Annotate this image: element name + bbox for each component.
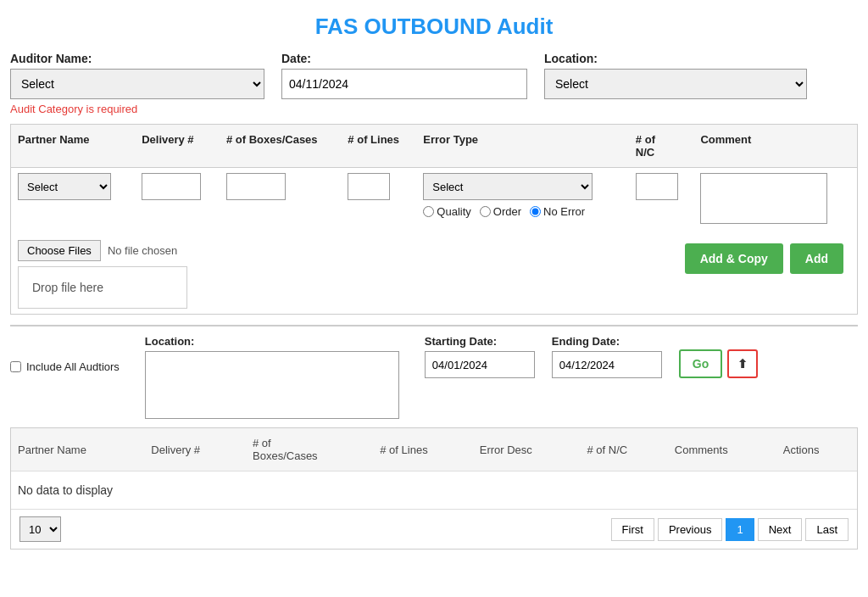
res-col-lines: # of Lines — [373, 428, 472, 471]
radio-noerror-label[interactable]: No Error — [530, 205, 585, 218]
ending-date-label: Ending Date: — [552, 335, 662, 348]
boxes-cell — [220, 168, 341, 232]
file-name-label: No file chosen — [108, 244, 177, 257]
nc-cell — [629, 168, 694, 232]
lines-input[interactable] — [348, 173, 390, 200]
col-boxes: # of Boxes/Cases — [220, 125, 341, 168]
date-group: Date: — [281, 52, 527, 99]
filter-section: Include All Audtiors Location: Starting … — [10, 335, 858, 419]
date-filters: Starting Date: Ending Date: Go ⬆ — [425, 335, 758, 378]
radio-order-label[interactable]: Order — [480, 205, 521, 218]
location-filter-group: Location: — [145, 335, 399, 419]
add-button[interactable]: Add — [790, 243, 843, 274]
auditor-label: Auditor Name: — [10, 52, 264, 65]
page-wrapper: FAS OUTBOUND Audit Auditor Name: Select … — [0, 0, 868, 597]
res-col-boxes: # ofBoxes/Cases — [246, 428, 373, 471]
location-label: Location: — [544, 52, 807, 65]
upload-button[interactable]: ⬆ — [727, 349, 758, 378]
separator — [10, 325, 858, 326]
results-section: Partner Name Delivery # # ofBoxes/Cases … — [10, 427, 858, 550]
radio-quality-label[interactable]: Quality — [423, 205, 470, 218]
top-form: Auditor Name: Select Date: Location: Sel… — [10, 52, 858, 99]
location-select[interactable]: Select — [544, 69, 807, 99]
date-label: Date: — [281, 52, 527, 65]
res-col-actions: Actions — [776, 428, 857, 471]
boxes-input[interactable] — [226, 173, 286, 200]
add-buttons-group: Add & Copy Add — [423, 237, 850, 281]
starting-date-group: Starting Date: — [425, 335, 535, 378]
upload-icon: ⬆ — [737, 357, 748, 371]
auditor-select[interactable]: Select — [10, 69, 264, 99]
page-title: FAS OUTBOUND Audit — [10, 14, 858, 40]
res-col-error-desc: Error Desc — [473, 428, 581, 471]
res-col-delivery: Delivery # — [144, 428, 246, 471]
res-col-comments: Comments — [668, 428, 776, 471]
res-col-nc: # of N/C — [580, 428, 667, 471]
location-filter-label: Location: — [145, 335, 399, 348]
include-all-label: Include All Audtiors — [26, 360, 120, 373]
ending-date-group: Ending Date: — [552, 335, 662, 378]
add-buttons-cell: Add & Copy Add — [416, 232, 857, 314]
add-copy-button[interactable]: Add & Copy — [685, 243, 783, 274]
col-nc: # ofN/C — [629, 125, 694, 168]
error-message: Audit Category is required — [10, 103, 858, 115]
file-upload-row: Choose Files No file chosen Drop file he… — [11, 232, 857, 314]
col-error: Error Type — [416, 125, 629, 168]
radio-no-error[interactable] — [530, 206, 541, 217]
error-type-select[interactable]: Select — [423, 173, 593, 200]
col-delivery: Delivery # — [135, 125, 220, 168]
comment-cell — [693, 168, 857, 232]
partner-select[interactable]: Select — [18, 173, 111, 200]
starting-date-input[interactable] — [425, 351, 535, 378]
no-data-row: No data to display — [11, 471, 857, 510]
file-upload-cell: Choose Files No file chosen Drop file he… — [11, 232, 416, 314]
location-filter-textarea[interactable] — [145, 351, 399, 419]
col-partner: Partner Name — [11, 125, 135, 168]
choose-files-button[interactable]: Choose Files — [18, 240, 101, 261]
file-row: Choose Files No file chosen — [18, 240, 409, 261]
previous-page-button[interactable]: Previous — [658, 518, 723, 541]
filter-action-buttons: Go ⬆ — [679, 349, 758, 378]
table-header-row: Partner Name Delivery # # of Boxes/Cases… — [11, 125, 857, 168]
date-input[interactable] — [281, 69, 527, 99]
radio-order[interactable] — [480, 206, 491, 217]
error-type-cell: Select Quality Order No Error — [416, 168, 629, 232]
results-header-row: Partner Name Delivery # # ofBoxes/Cases … — [11, 428, 857, 471]
pagination-row: 10 25 50 First Previous 1 Next Last — [11, 509, 857, 549]
results-table: Partner Name Delivery # # ofBoxes/Cases … — [11, 428, 857, 509]
starting-date-label: Starting Date: — [425, 335, 535, 348]
col-comment: Comment — [693, 125, 857, 168]
delivery-cell — [135, 168, 220, 232]
last-page-button[interactable]: Last — [805, 518, 849, 541]
audit-table: Partner Name Delivery # # of Boxes/Cases… — [11, 125, 857, 314]
next-page-button[interactable]: Next — [758, 518, 803, 541]
delivery-input[interactable] — [142, 173, 201, 200]
page-size-select[interactable]: 10 25 50 — [19, 516, 61, 542]
radio-group: Quality Order No Error — [423, 205, 622, 218]
auditor-group: Auditor Name: Select — [10, 52, 264, 99]
pagination-buttons: First Previous 1 Next Last — [611, 518, 849, 541]
audit-table-section: Partner Name Delivery # # of Boxes/Cases… — [10, 124, 858, 315]
page-size-group: 10 25 50 — [19, 516, 61, 542]
no-data-cell: No data to display — [11, 471, 857, 510]
include-all-checkbox[interactable] — [10, 361, 21, 372]
go-button[interactable]: Go — [679, 349, 722, 378]
drop-zone[interactable]: Drop file here — [18, 266, 187, 309]
page-1-button[interactable]: 1 — [726, 518, 754, 541]
entry-row: Select Select — [11, 168, 857, 232]
first-page-button[interactable]: First — [611, 518, 654, 541]
lines-cell — [341, 168, 416, 232]
include-all-group: Include All Audtiors — [10, 360, 120, 373]
partner-cell: Select — [11, 168, 135, 232]
comment-textarea[interactable] — [700, 173, 827, 224]
ending-date-input[interactable] — [552, 351, 662, 378]
location-group: Location: Select — [544, 52, 807, 99]
res-col-partner: Partner Name — [11, 428, 144, 471]
col-lines: # of Lines — [341, 125, 416, 168]
nc-input[interactable] — [636, 173, 678, 200]
radio-quality[interactable] — [423, 206, 434, 217]
